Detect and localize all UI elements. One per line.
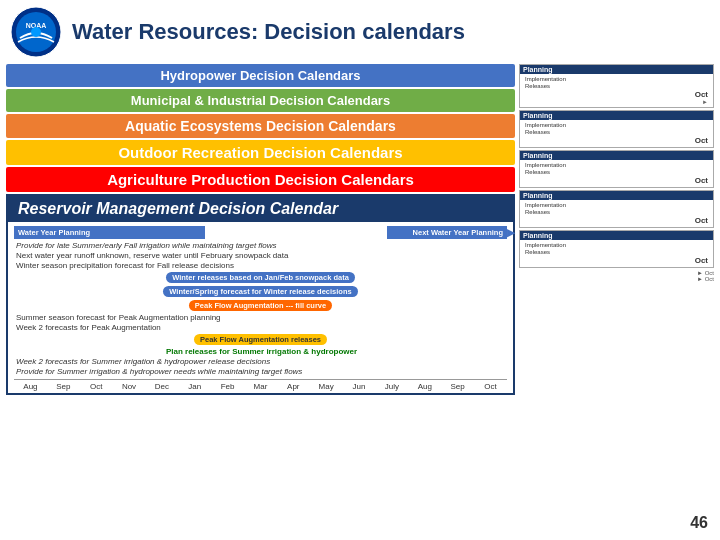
line-10: Plan releases for Summer irrigation & hy… bbox=[14, 347, 507, 356]
winter-spring-pill-row: Winter/Spring forecast for Winter releas… bbox=[14, 285, 507, 298]
peak-augmentation-pill: Peak Flow Augmentation releases bbox=[194, 334, 327, 345]
peak-flow-fill-pill: Peak Flow Augmentation --- fill curve bbox=[189, 300, 332, 311]
tl-may: May bbox=[310, 382, 343, 391]
line-7: Summer season forecast for Peak Augmenta… bbox=[14, 313, 507, 322]
rp1-arrow: ► bbox=[525, 99, 708, 105]
right-panel-2: Planning Implementation Releases Oct bbox=[519, 110, 714, 148]
tl-mar: Mar bbox=[244, 382, 277, 391]
rp2-impl: Implementation bbox=[525, 122, 708, 128]
tl-jan: Jan bbox=[178, 382, 211, 391]
wy-bar: Water Year Planning bbox=[14, 226, 205, 239]
rp1-impl: Implementation bbox=[525, 76, 708, 82]
tl-apr: Apr bbox=[277, 382, 310, 391]
winter-spring-pill: Winter/Spring forecast for Winter releas… bbox=[163, 286, 357, 297]
rp1-rel: Releases bbox=[525, 83, 708, 89]
page: NOAA Water Resources: Decision calendars… bbox=[0, 0, 720, 540]
rp4-oct: Oct bbox=[525, 216, 708, 225]
right-column: Planning Implementation Releases Oct ► P… bbox=[519, 64, 714, 395]
tl-oct1: Oct bbox=[80, 382, 113, 391]
aquatic-bar: Aquatic Ecosystems Decision Calendars bbox=[6, 114, 515, 138]
rp2-oct: Oct bbox=[525, 136, 708, 145]
rp3-oct: Oct bbox=[525, 176, 708, 185]
tl-aug2: Aug bbox=[408, 382, 441, 391]
recreation-bar: Outdoor Recreation Decision Calendars bbox=[6, 140, 515, 165]
rp5-oct: Oct bbox=[525, 256, 708, 265]
line-2: Next water year runoff unknown, reserve … bbox=[14, 251, 507, 260]
rp5-impl: Implementation bbox=[525, 242, 708, 248]
page-number: 46 bbox=[690, 514, 708, 532]
tl-oct2: Oct bbox=[474, 382, 507, 391]
reservoir-title: Reservoir Management Decision Calendar bbox=[8, 196, 513, 222]
tl-sep2: Sep bbox=[441, 382, 474, 391]
rp-extra-2: ► Oct bbox=[519, 276, 714, 282]
line-8: Week 2 forecasts for Peak Augmentation bbox=[14, 323, 507, 332]
line-12: Provide for Summer irrigation & hydropow… bbox=[14, 367, 507, 376]
wy-planning-row: Water Year Planning Next Water Year Plan… bbox=[14, 226, 507, 239]
line-11: Week 2 forecasts for Summer irrigation &… bbox=[14, 357, 507, 366]
right-panel-5: Planning Implementation Releases Oct bbox=[519, 230, 714, 268]
tl-sep1: Sep bbox=[47, 382, 80, 391]
rp3-rel: Releases bbox=[525, 169, 708, 175]
noaa-logo: NOAA bbox=[10, 6, 62, 58]
rp1-header: Planning bbox=[520, 65, 713, 74]
peak-flow-fill-pill-row: Peak Flow Augmentation --- fill curve bbox=[14, 299, 507, 312]
tl-aug1: Aug bbox=[14, 382, 47, 391]
header: NOAA Water Resources: Decision calendars bbox=[0, 0, 720, 64]
right-panel-4: Planning Implementation Releases Oct bbox=[519, 190, 714, 228]
left-column: Hydropower Decision Calendars Municipal … bbox=[6, 64, 515, 395]
rp4-header: Planning bbox=[520, 191, 713, 200]
page-title: Water Resources: Decision calendars bbox=[72, 19, 465, 45]
line-1: Provide for late Summer/early Fall irrig… bbox=[14, 241, 507, 250]
rp2-header: Planning bbox=[520, 111, 713, 120]
tl-jul: July bbox=[375, 382, 408, 391]
main-content: Hydropower Decision Calendars Municipal … bbox=[6, 64, 714, 395]
next-wy-bar: Next Water Year Planning bbox=[387, 226, 507, 239]
rp3-impl: Implementation bbox=[525, 162, 708, 168]
rp3-header: Planning bbox=[520, 151, 713, 160]
rp5-rel: Releases bbox=[525, 249, 708, 255]
rp2-rel: Releases bbox=[525, 129, 708, 135]
peak-augmentation-pill-row: Peak Flow Augmentation releases bbox=[14, 333, 507, 346]
right-panel-1: Planning Implementation Releases Oct ► bbox=[519, 64, 714, 108]
rp4-rel: Releases bbox=[525, 209, 708, 215]
municipal-bar: Municipal & Industrial Decision Calendar… bbox=[6, 89, 515, 112]
rp5-header: Planning bbox=[520, 231, 713, 240]
tl-nov: Nov bbox=[113, 382, 146, 391]
reservoir-calendar: Reservoir Management Decision Calendar W… bbox=[6, 194, 515, 395]
timeline: Aug Sep Oct Nov Dec Jan Feb Mar Apr May … bbox=[14, 379, 507, 391]
right-panel-3: Planning Implementation Releases Oct bbox=[519, 150, 714, 188]
svg-point-3 bbox=[31, 27, 41, 37]
line-3: Winter season precipitation forecast for… bbox=[14, 261, 507, 270]
reservoir-body: Water Year Planning Next Water Year Plan… bbox=[8, 222, 513, 393]
rp4-impl: Implementation bbox=[525, 202, 708, 208]
rp1-oct: Oct bbox=[525, 90, 708, 99]
agriculture-bar: Agriculture Production Decision Calendar… bbox=[6, 167, 515, 192]
tl-dec: Dec bbox=[145, 382, 178, 391]
tl-feb: Feb bbox=[211, 382, 244, 391]
tl-jun: Jun bbox=[343, 382, 376, 391]
hydropower-bar: Hydropower Decision Calendars bbox=[6, 64, 515, 87]
winter-releases-pill: Winter releases based on Jan/Feb snowpac… bbox=[166, 272, 355, 283]
winter-releases-pill-row: Winter releases based on Jan/Feb snowpac… bbox=[14, 271, 507, 284]
